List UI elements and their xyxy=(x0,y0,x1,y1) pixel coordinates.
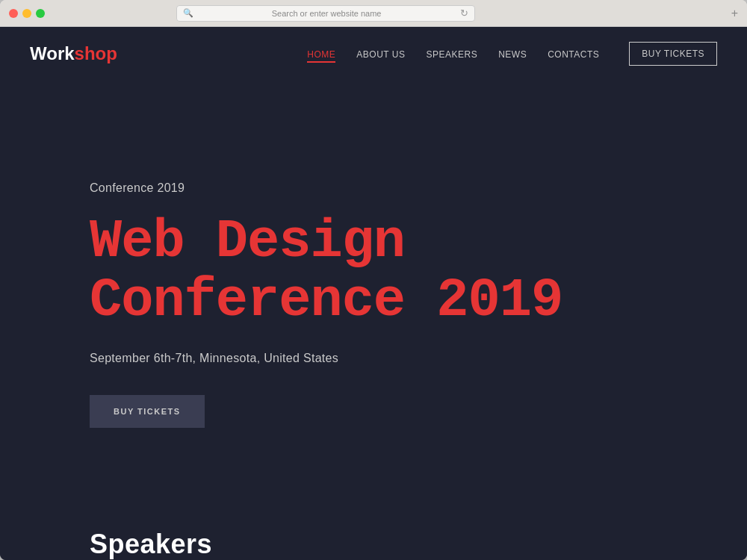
nav-item-speakers[interactable]: SPEAKERS xyxy=(426,47,477,60)
maximize-button[interactable] xyxy=(36,9,45,18)
hero-subtitle: September 6th-7th, Minnesota, United Sta… xyxy=(90,352,717,365)
nav-link-speakers[interactable]: SPEAKERS xyxy=(426,49,477,60)
traffic-lights xyxy=(9,9,45,18)
browser-titlebar: 🔍 Search or enter website name ↻ + xyxy=(0,0,747,27)
nav-item-news[interactable]: NEWS xyxy=(498,47,527,60)
website-content: Workshop HOME ABOUT US SPEAKERS NEWS CON… xyxy=(0,27,747,560)
nav-item-buy-tickets[interactable]: BUY TICKETS xyxy=(620,42,717,66)
speakers-section: Speakers xyxy=(0,514,747,560)
browser-window: 🔍 Search or enter website name ↻ + Works… xyxy=(0,0,747,560)
address-text: Search or enter website name xyxy=(198,9,456,18)
nav-links: HOME ABOUT US SPEAKERS NEWS CONTACTS BUY… xyxy=(307,42,717,66)
hero-buy-tickets-button[interactable]: BUY TICKETS xyxy=(90,395,205,428)
hero-title: Web Design Conference 2019 xyxy=(90,213,717,331)
main-navigation: Workshop HOME ABOUT US SPEAKERS NEWS CON… xyxy=(0,27,747,81)
hero-title-line2: Conference 2019 xyxy=(90,270,562,332)
logo-text-normal: Work xyxy=(30,43,75,63)
search-icon: 🔍 xyxy=(183,8,193,18)
nav-link-contacts[interactable]: CONTACTS xyxy=(548,49,599,60)
nav-link-news[interactable]: NEWS xyxy=(498,49,527,60)
new-tab-button[interactable]: + xyxy=(731,7,738,20)
nav-link-about[interactable]: ABOUT US xyxy=(356,49,405,60)
nav-buy-tickets-button[interactable]: BUY TICKETS xyxy=(629,42,717,66)
hero-section: Conference 2019 Web Design Conference 20… xyxy=(0,81,747,514)
nav-item-contacts[interactable]: CONTACTS xyxy=(548,47,599,60)
minimize-button[interactable] xyxy=(22,9,31,18)
logo-text-highlight: shop xyxy=(75,43,117,63)
address-bar[interactable]: 🔍 Search or enter website name ↻ xyxy=(176,5,475,22)
speakers-title: Speakers xyxy=(90,529,717,560)
hero-title-line1: Web Design xyxy=(90,211,405,273)
nav-link-home[interactable]: HOME xyxy=(307,49,335,60)
conference-label: Conference 2019 xyxy=(90,181,717,195)
refresh-icon[interactable]: ↻ xyxy=(460,7,468,19)
site-logo[interactable]: Workshop xyxy=(30,43,117,64)
nav-item-home[interactable]: HOME xyxy=(307,47,335,60)
close-button[interactable] xyxy=(9,9,18,18)
nav-item-about[interactable]: ABOUT US xyxy=(356,47,405,60)
